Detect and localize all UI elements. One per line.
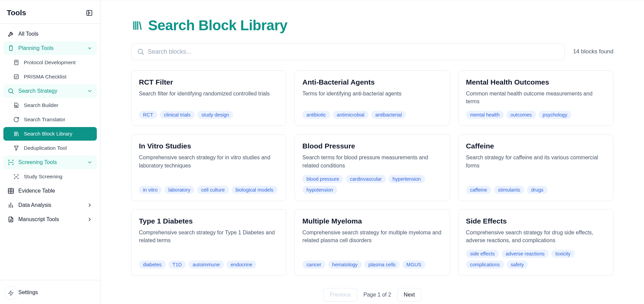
search-box[interactable] <box>131 43 565 60</box>
sidebar-item-label: Search Translator <box>24 117 93 123</box>
tag[interactable]: clinical trials <box>160 111 195 119</box>
sidebar-item-screening-tools[interactable]: Screening Tools <box>3 156 97 169</box>
next-button[interactable]: Next <box>397 288 422 302</box>
card-title: RCT Filter <box>139 78 279 86</box>
tag[interactable]: cancer <box>302 261 325 269</box>
sidebar-item-label: Manuscript Tools <box>18 216 83 222</box>
sidebar-item-label: Planning Tools <box>18 45 83 51</box>
sidebar-item-label: Search Block Library <box>24 131 93 137</box>
tag[interactable]: autoimmune <box>189 261 224 269</box>
tag[interactable]: biological models <box>232 186 278 194</box>
divider <box>0 280 100 280</box>
main-content: Search Block Library 14 blocks found RCT… <box>101 0 644 304</box>
sidebar: Tools All Tools Planning Tools <box>0 0 101 304</box>
tag[interactable]: psychology <box>539 111 572 119</box>
svg-point-29 <box>138 49 143 54</box>
sidebar-item-search-builder[interactable]: Search Builder <box>3 99 97 112</box>
tag[interactable]: antimicrobial <box>333 111 369 119</box>
tag[interactable]: hypotension <box>302 186 337 194</box>
previous-button[interactable]: Previous <box>323 288 357 302</box>
tag[interactable]: in vitro <box>139 186 162 194</box>
clipboard-icon <box>7 45 14 52</box>
file-text-icon <box>7 216 14 223</box>
svg-rect-2 <box>10 46 12 50</box>
collapse-sidebar-button[interactable] <box>85 9 93 17</box>
tag[interactable]: antibiotic <box>302 111 330 119</box>
search-input[interactable] <box>148 48 559 55</box>
filter-icon <box>13 145 20 151</box>
tag[interactable]: caffeine <box>466 186 491 194</box>
tag[interactable]: side effects <box>466 250 499 258</box>
chevron-down-icon <box>87 159 93 165</box>
card-tags: caffeinestimulantsdrugs <box>466 186 606 194</box>
tag[interactable]: endocrine <box>227 261 256 269</box>
block-card[interactable]: Mental Health OutcomesCommon mental heal… <box>458 70 613 126</box>
panel-collapse-icon <box>86 10 93 16</box>
sidebar-item-label: Deduplication Tool <box>24 145 93 151</box>
sidebar-item-search-strategy[interactable]: Search Strategy <box>3 84 97 98</box>
tag[interactable]: toxicity <box>551 250 574 258</box>
sidebar-item-label: Search Strategy <box>18 88 83 94</box>
block-card[interactable]: CaffeineSearch strategy for caffeine and… <box>458 134 613 201</box>
cards-grid: RCT FilterSearch filter for identifying … <box>131 70 613 276</box>
tag[interactable]: hematology <box>328 261 362 269</box>
bar-chart-icon <box>7 202 14 209</box>
block-card[interactable]: RCT FilterSearch filter for identifying … <box>131 70 286 126</box>
tag[interactable]: plasma cells <box>364 261 400 269</box>
sidebar-header: Tools <box>3 4 97 23</box>
card-tags: in vitrolaboratorycell culturebiological… <box>139 186 279 194</box>
card-tags: RCTclinical trialsstudy design <box>139 111 279 119</box>
sidebar-item-manuscript-tools[interactable]: Manuscript Tools <box>3 213 97 226</box>
svg-line-6 <box>12 92 14 94</box>
card-description: Common mental health outcome measurement… <box>466 90 606 105</box>
card-tags: blood pressurecardiovascularhypertension… <box>302 175 442 194</box>
sidebar-item-search-translator[interactable]: Search Translator <box>3 113 97 126</box>
sidebar-item-deduplication-tool[interactable]: Deduplication Tool <box>3 141 97 155</box>
wrench-icon <box>7 31 14 37</box>
card-tags: diabetesT1Dautoimmuneendocrine <box>139 261 279 269</box>
block-card[interactable]: Multiple MyelomaComprehensive search str… <box>294 209 450 276</box>
tag[interactable]: antibacterial <box>371 111 406 119</box>
tag[interactable]: cell culture <box>197 186 229 194</box>
block-card[interactable]: In Vitro StudiesComprehensive search str… <box>131 134 286 201</box>
block-card[interactable]: Blood PressureSearch terms for blood pre… <box>294 134 450 201</box>
tag[interactable]: T1D <box>168 261 186 269</box>
tag[interactable]: safety <box>507 261 528 269</box>
card-description: Search filter for identifying randomized… <box>139 90 279 105</box>
sidebar-item-label: PRISMA Checklist <box>24 74 93 80</box>
sidebar-item-protocol-development[interactable]: Protocol Development <box>3 56 97 69</box>
tag[interactable]: MGUS <box>402 261 426 269</box>
sidebar-item-prisma-checklist[interactable]: PRISMA Checklist <box>3 70 97 84</box>
block-card[interactable]: Anti-Bacterial AgentsTerms for identifyi… <box>294 70 450 126</box>
block-card[interactable]: Type 1 DiabetesComprehensive search stra… <box>131 209 286 276</box>
tag[interactable]: hypertension <box>389 175 425 183</box>
tag[interactable]: mental health <box>466 111 504 119</box>
tag[interactable]: diabetes <box>139 261 166 269</box>
card-description: Terms for identifying anti-bacterial age… <box>302 90 442 105</box>
tag[interactable]: blood pressure <box>302 175 343 183</box>
tag[interactable]: complications <box>466 261 504 269</box>
page-title-row: Search Block Library <box>131 17 613 34</box>
card-title: Caffeine <box>466 142 606 150</box>
sidebar-item-all-tools[interactable]: All Tools <box>3 27 97 41</box>
quick-action-button[interactable] <box>4 286 18 300</box>
tag[interactable]: cardiovascular <box>346 175 386 183</box>
tag[interactable]: study design <box>197 111 233 119</box>
sidebar-item-search-block-library[interactable]: Search Block Library <box>3 127 97 141</box>
tag[interactable]: laboratory <box>164 186 194 194</box>
svg-line-8 <box>17 106 17 107</box>
tag[interactable]: stimulants <box>494 186 524 194</box>
card-title: Multiple Myeloma <box>302 217 442 225</box>
sidebar-item-planning-tools[interactable]: Planning Tools <box>3 41 97 55</box>
sidebar-item-evidence-table[interactable]: Evidence Table <box>3 184 97 198</box>
tag[interactable]: adverse reactions <box>502 250 549 258</box>
sidebar-item-data-analysis[interactable]: Data Analysis <box>3 198 97 212</box>
card-tags: mental healthoutcomespsychology <box>466 111 606 119</box>
tag[interactable]: outcomes <box>506 111 536 119</box>
tag[interactable]: drugs <box>527 186 547 194</box>
sidebar-item-study-screening[interactable]: Study Screening <box>3 170 97 183</box>
card-title: Side Effects <box>466 217 606 225</box>
sidebar-item-label: Screening Tools <box>18 159 83 165</box>
tag[interactable]: RCT <box>139 111 157 119</box>
block-card[interactable]: Side EffectsComprehensive search strateg… <box>458 209 613 276</box>
